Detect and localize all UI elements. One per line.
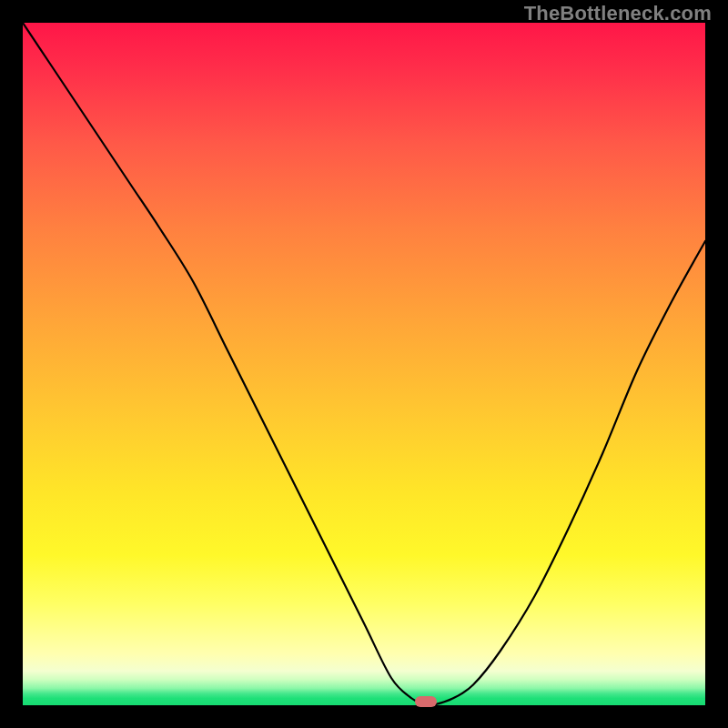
curve-svg xyxy=(23,23,705,705)
bottleneck-curve xyxy=(23,23,705,705)
plot-area xyxy=(23,23,705,705)
vertex-marker xyxy=(415,696,437,707)
chart-container: TheBottleneck.com xyxy=(0,0,728,728)
